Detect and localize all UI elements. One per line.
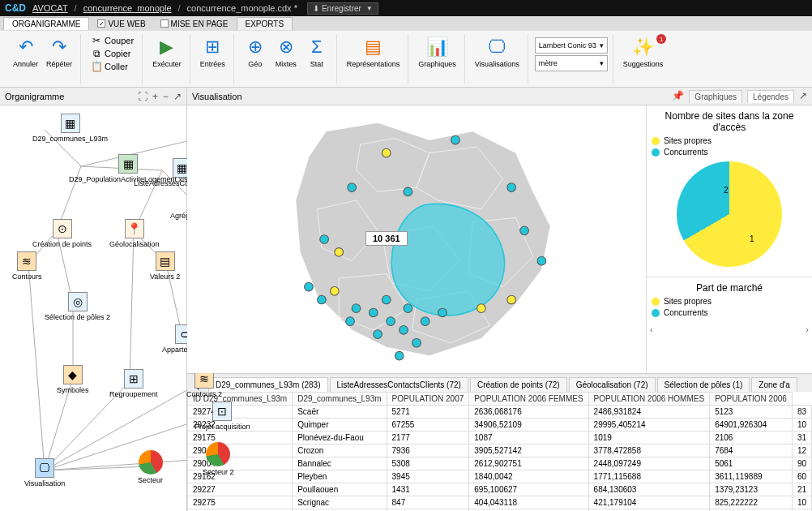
main-area: Organigramme ⛶ + − ↗ (0, 88, 812, 511)
table-row[interactable]: 29227Poullaouen1431695,100627684,1306031… (187, 483, 811, 496)
column-header[interactable]: POPULATION 2007 (387, 393, 469, 406)
poles-icon: ◎ (68, 292, 88, 311)
data-tab[interactable]: Sélection de pôles (1) (657, 377, 750, 392)
svg-point-35 (369, 308, 378, 317)
side-tab-legendes[interactable]: Légendes (747, 90, 794, 103)
map-view[interactable]: 10 361 (187, 105, 646, 373)
legend-item: Concurrents (652, 308, 807, 317)
mixtes-button[interactable]: ⊗Mixtes (271, 34, 301, 70)
column-header[interactable]: POPULATION 2006 (710, 393, 793, 406)
column-header[interactable]: D29_communes_L93m (293, 393, 387, 406)
cell: 2486,931824 (588, 406, 710, 419)
svg-point-32 (318, 295, 327, 304)
scrollbar[interactable]: ‹› (647, 324, 812, 336)
ribbon-tabs: ORGANIGRAMME ✓ VUE WEB MISE EN PAGE EXPO… (0, 16, 812, 31)
table-wrapper[interactable]: ID D29_communes_L93mD29_communes_L93mPOP… (187, 392, 812, 511)
svg-point-43 (477, 304, 486, 313)
download-icon: ⬇ (313, 4, 319, 13)
cell: Plonévez-du-Faou (293, 432, 387, 444)
play-icon: ▶ (156, 36, 178, 58)
projection-select[interactable]: Lambert Conic 93▾ (535, 37, 608, 54)
side-tab-graphiques[interactable]: Graphiques (689, 90, 742, 103)
minus-icon[interactable]: − (163, 91, 169, 102)
unit-select[interactable]: mètre▾ (535, 55, 608, 71)
svg-point-40 (404, 304, 412, 313)
breadcrumb[interactable]: AVOCAT (32, 3, 68, 13)
group-icon: ⊞ (124, 369, 143, 389)
pin-icon[interactable]: 📌 (672, 90, 684, 103)
cell: 29275 (187, 496, 292, 509)
cell: 31 (792, 432, 811, 444)
geo-button[interactable]: ⊕Géo (241, 34, 270, 70)
tab-miseenpage[interactable]: MISE EN PAGE (154, 18, 235, 30)
copy-button[interactable]: ⧉Copier (88, 47, 137, 60)
chevron-down-icon: ▾ (600, 41, 604, 49)
data-tab[interactable]: Géolocalisation (72) (569, 377, 656, 392)
cell: 3611,119889 (710, 470, 793, 483)
svg-point-44 (507, 295, 516, 304)
table-row[interactable]: 29042Crozon79363905,5271423778,472858768… (187, 444, 811, 457)
cell: 7684 (710, 444, 793, 457)
tab-vueweb[interactable]: ✓ VUE WEB (91, 18, 152, 30)
entries-button[interactable]: ⊞ Entrées (197, 34, 229, 70)
svg-point-45 (346, 317, 355, 326)
cell: 2448,097249 (588, 457, 710, 470)
data-tab[interactable]: ListeAdressesContactsClients (72) (330, 377, 468, 392)
table-row[interactable]: 29232Quimper6725534906,5210929995,405214… (187, 419, 811, 432)
visualisations-button[interactable]: 🖵 Visualisations (472, 34, 523, 70)
fullscreen-icon[interactable]: ↗ (173, 91, 182, 102)
chart-icon: 📊 (426, 36, 449, 58)
swatch-icon (652, 137, 660, 145)
redo-icon: ↷ (48, 36, 71, 58)
cell: 1019 (588, 432, 710, 444)
undo-button[interactable]: ↶ Annuler (10, 34, 41, 70)
cell: 1087 (469, 432, 588, 444)
data-tab[interactable]: D29_communes_L93m (283) (208, 377, 328, 392)
cell: 5123 (710, 406, 793, 419)
chart-sites: Nombre de sites dans la zone d'accès Sit… (647, 105, 812, 277)
table-row[interactable]: 29275Scrignac847404,043118421,179104825,… (187, 496, 811, 509)
plus-icon[interactable]: + (152, 91, 158, 102)
wand-icon: ✨ (631, 36, 654, 58)
copy-icon: ⧉ (91, 48, 102, 59)
tab-organigramme[interactable]: ORGANIGRAMME (3, 17, 89, 30)
top-bar: C&D AVOCAT / concurrence_monople / concu… (0, 0, 812, 16)
svg-point-36 (382, 295, 391, 304)
table-row[interactable]: 29162Pleyben39451840,00421771,1156883611… (187, 470, 811, 483)
chevron-left-icon[interactable]: ‹ (650, 324, 653, 336)
graphiques-button[interactable]: 📊 Graphiques (415, 34, 459, 70)
chevron-right-icon[interactable]: › (806, 324, 809, 336)
column-header[interactable]: POPULATION 2006 HOMMES (588, 393, 710, 406)
chart-title: Part de marché (652, 282, 807, 294)
suggestions-button[interactable]: ✨ 1 Suggestions (620, 34, 667, 70)
legend-item: Concurrents (652, 148, 807, 157)
breadcrumb[interactable]: concurrence_monople (83, 3, 172, 13)
cell: 29227 (187, 483, 292, 496)
cell: 3778,472858 (588, 444, 710, 457)
representations-button[interactable]: ▤ Représentations (344, 34, 404, 70)
pie-icon (206, 442, 230, 466)
database-icon: ⊞ (201, 36, 224, 58)
cell: Bannalec (293, 457, 387, 470)
table-row[interactable]: 29274Scaër52712636,0681762486,9318245123… (187, 406, 811, 419)
svg-point-24 (348, 183, 357, 192)
map-tooltip: 10 361 (365, 231, 408, 246)
save-button[interactable]: ⬇ Enregistrer ▼ (307, 2, 378, 15)
svg-line-19 (45, 458, 186, 470)
data-tab[interactable]: Zone d'a (751, 377, 797, 392)
column-header[interactable]: POPULATION 2006 FEMMES (469, 393, 588, 406)
data-tab[interactable]: Création de points (72) (470, 377, 567, 392)
expand-icon[interactable]: ⛶ (138, 91, 147, 102)
tab-exports[interactable]: EXPORTS (237, 17, 293, 30)
paste-button[interactable]: 📋Coller (88, 60, 137, 73)
fullscreen-icon[interactable]: ↗ (799, 90, 807, 103)
cell: 83 (792, 406, 811, 419)
cell: 60 (792, 470, 811, 483)
table-row[interactable]: 29175Plonévez-du-Faou217710871019210631 (187, 432, 811, 444)
stat-button[interactable]: ΣStat (302, 34, 331, 70)
execute-button[interactable]: ▶ Exécuter (149, 34, 185, 70)
flow-canvas[interactable]: ▦D29_communes_L93m ◉Zone d'accès ▦D29_Po… (0, 105, 186, 511)
table-row[interactable]: 29004Bannalec53082612,9027512448,0972495… (187, 457, 811, 470)
redo-button[interactable]: ↷ Répéter (43, 34, 75, 70)
cut-button[interactable]: ✂Couper (88, 34, 137, 47)
